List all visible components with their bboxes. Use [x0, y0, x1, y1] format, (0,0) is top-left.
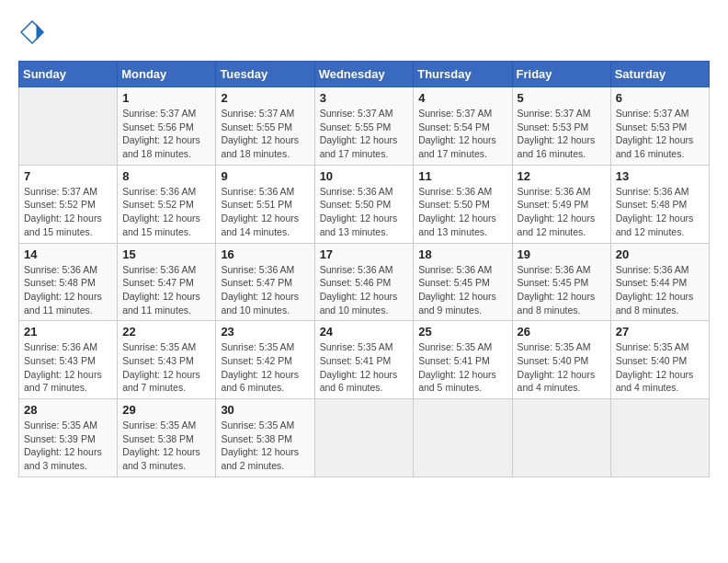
- calendar-cell: 21Sunrise: 5:36 AM Sunset: 5:43 PM Dayli…: [19, 321, 118, 399]
- calendar-cell: 4Sunrise: 5:37 AM Sunset: 5:54 PM Daylig…: [414, 87, 512, 166]
- calendar-body: 1Sunrise: 5:37 AM Sunset: 5:56 PM Daylig…: [19, 87, 710, 477]
- day-number: 22: [122, 325, 210, 339]
- week-row-5: 28Sunrise: 5:35 AM Sunset: 5:39 PM Dayli…: [19, 399, 710, 477]
- day-number: 30: [221, 403, 309, 417]
- day-info: Sunrise: 5:37 AM Sunset: 5:54 PM Dayligh…: [418, 107, 506, 161]
- day-info: Sunrise: 5:35 AM Sunset: 5:41 PM Dayligh…: [320, 340, 409, 395]
- day-info: Sunrise: 5:36 AM Sunset: 5:45 PM Dayligh…: [418, 263, 506, 317]
- day-info: Sunrise: 5:37 AM Sunset: 5:56 PM Dayligh…: [122, 107, 210, 161]
- day-info: Sunrise: 5:35 AM Sunset: 5:39 PM Dayligh…: [24, 419, 112, 473]
- day-info: Sunrise: 5:35 AM Sunset: 5:38 PM Dayligh…: [221, 419, 309, 473]
- calendar-cell: 14Sunrise: 5:36 AM Sunset: 5:48 PM Dayli…: [19, 243, 118, 321]
- day-number: 4: [418, 91, 506, 105]
- day-number: 3: [320, 91, 409, 105]
- calendar-cell: 6Sunrise: 5:37 AM Sunset: 5:53 PM Daylig…: [610, 87, 709, 166]
- day-info: Sunrise: 5:37 AM Sunset: 5:52 PM Dayligh…: [24, 185, 112, 239]
- day-number: 15: [122, 247, 210, 261]
- calendar-cell: 23Sunrise: 5:35 AM Sunset: 5:42 PM Dayli…: [216, 321, 314, 399]
- day-info: Sunrise: 5:35 AM Sunset: 5:40 PM Dayligh…: [616, 340, 704, 395]
- day-info: Sunrise: 5:36 AM Sunset: 5:47 PM Dayligh…: [221, 263, 309, 317]
- calendar-cell: [19, 87, 118, 166]
- calendar-cell: 11Sunrise: 5:36 AM Sunset: 5:50 PM Dayli…: [414, 165, 512, 243]
- calendar-cell: 29Sunrise: 5:35 AM Sunset: 5:38 PM Dayli…: [118, 399, 216, 477]
- calendar-cell: [314, 399, 414, 477]
- calendar-cell: 24Sunrise: 5:35 AM Sunset: 5:41 PM Dayli…: [314, 321, 414, 399]
- week-row-1: 1Sunrise: 5:37 AM Sunset: 5:56 PM Daylig…: [19, 87, 710, 166]
- weekday-row: SundayMondayTuesdayWednesdayThursdayFrid…: [19, 62, 710, 87]
- day-info: Sunrise: 5:36 AM Sunset: 5:46 PM Dayligh…: [320, 263, 409, 317]
- day-number: 10: [320, 169, 409, 183]
- calendar-cell: [414, 399, 512, 477]
- day-number: 29: [122, 403, 210, 417]
- calendar-cell: 28Sunrise: 5:35 AM Sunset: 5:39 PM Dayli…: [19, 399, 118, 477]
- day-info: Sunrise: 5:35 AM Sunset: 5:43 PM Dayligh…: [122, 340, 210, 395]
- day-number: 2: [221, 91, 309, 105]
- day-info: Sunrise: 5:36 AM Sunset: 5:45 PM Dayligh…: [518, 263, 606, 317]
- calendar-table: SundayMondayTuesdayWednesdayThursdayFrid…: [18, 61, 710, 477]
- logo: [18, 18, 50, 46]
- day-info: Sunrise: 5:37 AM Sunset: 5:55 PM Dayligh…: [221, 107, 309, 161]
- calendar-cell: [512, 399, 610, 477]
- weekday-header-tuesday: Tuesday: [216, 62, 314, 87]
- day-info: Sunrise: 5:37 AM Sunset: 5:53 PM Dayligh…: [518, 107, 606, 161]
- calendar-cell: 26Sunrise: 5:35 AM Sunset: 5:40 PM Dayli…: [512, 321, 610, 399]
- weekday-header-thursday: Thursday: [414, 62, 512, 87]
- day-number: 28: [24, 403, 112, 417]
- calendar-cell: 9Sunrise: 5:36 AM Sunset: 5:51 PM Daylig…: [216, 165, 314, 243]
- day-number: 11: [418, 169, 506, 183]
- day-info: Sunrise: 5:35 AM Sunset: 5:42 PM Dayligh…: [221, 340, 309, 395]
- calendar-cell: 13Sunrise: 5:36 AM Sunset: 5:48 PM Dayli…: [610, 165, 709, 243]
- calendar-cell: 5Sunrise: 5:37 AM Sunset: 5:53 PM Daylig…: [512, 87, 610, 166]
- day-number: 13: [616, 169, 704, 183]
- day-number: 6: [616, 91, 704, 105]
- day-info: Sunrise: 5:36 AM Sunset: 5:50 PM Dayligh…: [320, 185, 409, 239]
- calendar-cell: 1Sunrise: 5:37 AM Sunset: 5:56 PM Daylig…: [118, 87, 216, 166]
- day-number: 27: [616, 325, 704, 339]
- day-number: 18: [418, 247, 506, 261]
- day-number: 19: [518, 247, 606, 261]
- day-info: Sunrise: 5:36 AM Sunset: 5:43 PM Dayligh…: [24, 340, 112, 395]
- day-number: 14: [24, 247, 112, 261]
- day-number: 17: [320, 247, 409, 261]
- calendar-cell: 12Sunrise: 5:36 AM Sunset: 5:49 PM Dayli…: [512, 165, 610, 243]
- calendar-cell: 30Sunrise: 5:35 AM Sunset: 5:38 PM Dayli…: [216, 399, 314, 477]
- calendar-cell: 27Sunrise: 5:35 AM Sunset: 5:40 PM Dayli…: [610, 321, 709, 399]
- calendar-cell: 22Sunrise: 5:35 AM Sunset: 5:43 PM Dayli…: [118, 321, 216, 399]
- week-row-4: 21Sunrise: 5:36 AM Sunset: 5:43 PM Dayli…: [19, 321, 710, 399]
- week-row-2: 7Sunrise: 5:37 AM Sunset: 5:52 PM Daylig…: [19, 165, 710, 243]
- calendar-cell: 25Sunrise: 5:35 AM Sunset: 5:41 PM Dayli…: [414, 321, 512, 399]
- calendar-cell: 19Sunrise: 5:36 AM Sunset: 5:45 PM Dayli…: [512, 243, 610, 321]
- day-number: 25: [418, 325, 506, 339]
- weekday-header-sunday: Sunday: [19, 62, 118, 87]
- day-info: Sunrise: 5:36 AM Sunset: 5:48 PM Dayligh…: [24, 263, 112, 317]
- day-info: Sunrise: 5:36 AM Sunset: 5:52 PM Dayligh…: [122, 185, 210, 239]
- day-info: Sunrise: 5:35 AM Sunset: 5:41 PM Dayligh…: [418, 340, 506, 395]
- day-info: Sunrise: 5:35 AM Sunset: 5:38 PM Dayligh…: [122, 419, 210, 473]
- calendar-cell: 7Sunrise: 5:37 AM Sunset: 5:52 PM Daylig…: [19, 165, 118, 243]
- day-info: Sunrise: 5:36 AM Sunset: 5:47 PM Dayligh…: [122, 263, 210, 317]
- calendar-cell: 20Sunrise: 5:36 AM Sunset: 5:44 PM Dayli…: [610, 243, 709, 321]
- calendar-cell: 10Sunrise: 5:36 AM Sunset: 5:50 PM Dayli…: [314, 165, 414, 243]
- weekday-header-saturday: Saturday: [610, 62, 709, 87]
- day-info: Sunrise: 5:37 AM Sunset: 5:55 PM Dayligh…: [320, 107, 409, 161]
- day-info: Sunrise: 5:36 AM Sunset: 5:49 PM Dayligh…: [518, 185, 606, 239]
- day-info: Sunrise: 5:36 AM Sunset: 5:48 PM Dayligh…: [616, 185, 704, 239]
- day-number: 12: [518, 169, 606, 183]
- weekday-header-friday: Friday: [512, 62, 610, 87]
- calendar-cell: 18Sunrise: 5:36 AM Sunset: 5:45 PM Dayli…: [414, 243, 512, 321]
- day-number: 1: [122, 91, 210, 105]
- day-info: Sunrise: 5:35 AM Sunset: 5:40 PM Dayligh…: [518, 340, 606, 395]
- day-info: Sunrise: 5:36 AM Sunset: 5:50 PM Dayligh…: [418, 185, 506, 239]
- day-info: Sunrise: 5:36 AM Sunset: 5:44 PM Dayligh…: [616, 263, 704, 317]
- calendar-cell: [610, 399, 709, 477]
- day-info: Sunrise: 5:36 AM Sunset: 5:51 PM Dayligh…: [221, 185, 309, 239]
- weekday-header-monday: Monday: [118, 62, 216, 87]
- logo-icon: [18, 18, 46, 46]
- calendar-cell: 17Sunrise: 5:36 AM Sunset: 5:46 PM Dayli…: [314, 243, 414, 321]
- day-number: 24: [320, 325, 409, 339]
- weekday-header-wednesday: Wednesday: [314, 62, 414, 87]
- day-number: 20: [616, 247, 704, 261]
- day-number: 26: [518, 325, 606, 339]
- header: [18, 18, 710, 46]
- calendar-header: SundayMondayTuesdayWednesdayThursdayFrid…: [19, 62, 710, 87]
